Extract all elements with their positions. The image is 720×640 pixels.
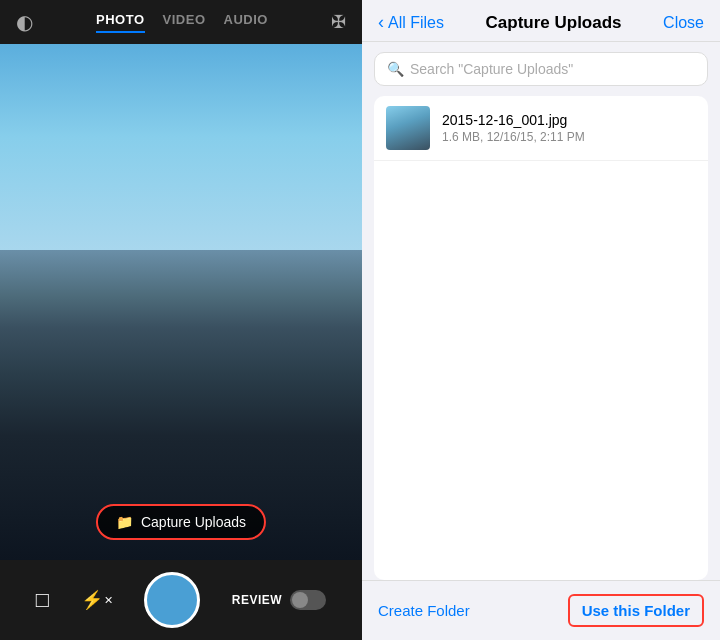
file-browser-panel: ‹ All Files Capture Uploads Close 🔍 Sear… bbox=[362, 0, 720, 640]
folder-badge[interactable]: 📁 Capture Uploads bbox=[96, 504, 266, 540]
folder-badge-icon: 📁 bbox=[116, 514, 133, 530]
close-button[interactable]: Close bbox=[663, 14, 704, 32]
file-meta: 1.6 MB, 12/16/15, 2:11 PM bbox=[442, 130, 696, 144]
file-list: 2015-12-16_001.jpg 1.6 MB, 12/16/15, 2:1… bbox=[374, 96, 708, 580]
back-nav[interactable]: ‹ All Files bbox=[378, 12, 444, 33]
tab-photo[interactable]: PHOTO bbox=[96, 12, 145, 33]
folder-badge-label: Capture Uploads bbox=[141, 514, 246, 530]
upload-icon[interactable]: ✠ bbox=[331, 11, 346, 33]
folder-title: Capture Uploads bbox=[486, 13, 622, 33]
toggle-knob bbox=[292, 592, 308, 608]
shutter-button[interactable] bbox=[144, 572, 200, 628]
create-folder-button[interactable]: Create Folder bbox=[378, 602, 470, 619]
table-row[interactable]: 2015-12-16_001.jpg 1.6 MB, 12/16/15, 2:1… bbox=[374, 96, 708, 161]
review-toggle[interactable] bbox=[290, 590, 326, 610]
sky-layer bbox=[0, 44, 362, 276]
tab-bar: ◐ PHOTO VIDEO AUDIO ✠ bbox=[0, 0, 362, 44]
all-files-link[interactable]: All Files bbox=[388, 14, 444, 32]
use-folder-button[interactable]: Use this Folder bbox=[568, 594, 704, 627]
history-icon[interactable]: ◐ bbox=[16, 10, 33, 34]
action-bar: Create Folder Use this Folder bbox=[362, 580, 720, 640]
camera-viewfinder: 📁 Capture Uploads bbox=[0, 44, 362, 560]
camera-roll-icon[interactable]: □ bbox=[36, 587, 49, 613]
file-browser-header: ‹ All Files Capture Uploads Close bbox=[362, 0, 720, 42]
tab-audio[interactable]: AUDIO bbox=[224, 12, 268, 33]
tab-video[interactable]: VIDEO bbox=[163, 12, 206, 33]
back-chevron-icon: ‹ bbox=[378, 12, 384, 33]
review-label: REVIEW bbox=[232, 593, 282, 607]
camera-controls: □ ⚡✕ REVIEW bbox=[0, 560, 362, 640]
file-info: 2015-12-16_001.jpg 1.6 MB, 12/16/15, 2:1… bbox=[442, 112, 696, 144]
search-placeholder-text: Search "Capture Uploads" bbox=[410, 61, 573, 77]
review-toggle-group: REVIEW bbox=[232, 590, 326, 610]
media-tabs: PHOTO VIDEO AUDIO bbox=[96, 12, 268, 33]
search-bar[interactable]: 🔍 Search "Capture Uploads" bbox=[374, 52, 708, 86]
file-name: 2015-12-16_001.jpg bbox=[442, 112, 696, 128]
search-icon: 🔍 bbox=[387, 61, 404, 77]
camera-panel: ◐ PHOTO VIDEO AUDIO ✠ 📁 Capture Uploads … bbox=[0, 0, 362, 640]
file-thumbnail bbox=[386, 106, 430, 150]
flash-off-label: ✕ bbox=[104, 594, 113, 607]
flash-icon[interactable]: ⚡✕ bbox=[81, 589, 113, 611]
